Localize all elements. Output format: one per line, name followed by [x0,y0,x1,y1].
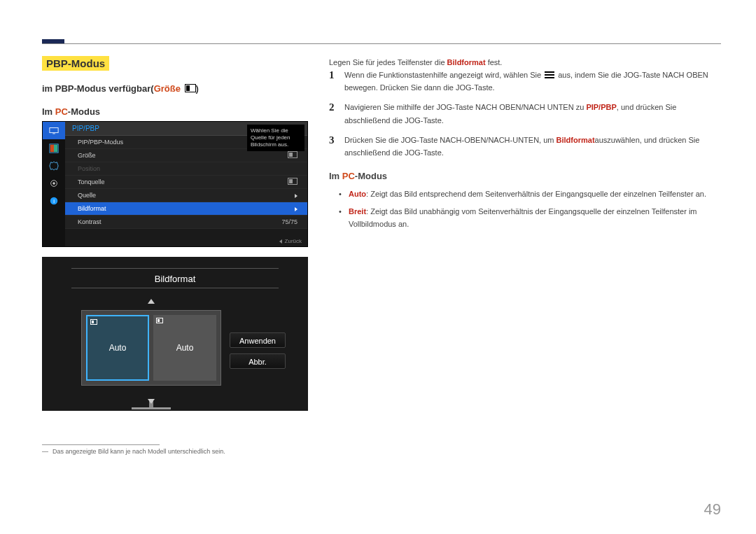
preview-right-label: Auto [176,343,194,353]
osd-help-text: Wählen Sie die Quelle für jeden Bildschi… [247,125,304,151]
bullet-breit: •Breit: Zeigt das Bild unabhängig vom Se… [339,205,714,230]
osd-sidebar: i [43,122,65,246]
right-column: Legen Sie für jedes Teilfenster die Bild… [329,56,714,455]
menu-icon [545,71,554,78]
preview-left-label: Auto [109,343,127,353]
svg-rect-4 [54,144,57,152]
mode-heading-right: Im PC-Modus [329,169,714,183]
osd-row-source[interactable]: Quelle [65,189,307,202]
preview-left-half[interactable]: Auto [86,315,149,381]
avail-hl: Größe [154,83,181,94]
sidebar-config-icon[interactable] [43,174,65,192]
step-1: 1 Wenn die Funktionstastenhilfe angezeig… [329,69,714,94]
bullet-auto: •Auto: Zeigt das Bild entsprechend dem S… [339,188,714,200]
sidebar-settings-icon[interactable] [43,157,65,174]
osd-menu-panel: i PIP/PBP PIP/PBP-ModusEin Größe Positio… [42,121,308,247]
arrow-up-icon[interactable] [148,299,155,304]
osd-row-bildformat[interactable]: Bildformat [65,202,307,216]
avail-post: ) [196,83,199,94]
sidebar-info-icon[interactable]: i [43,192,65,209]
sound-value-icon [288,178,298,185]
monitor-preview: Auto Auto [81,310,221,400]
bullet-list: •Auto: Zeigt das Bild entsprechend dem S… [339,188,714,230]
size-value-icon [288,151,298,158]
half-tag-icon [156,318,163,323]
step-3: 3 Drücken Sie die JOG-Taste NACH-OBEN/NA… [329,134,714,159]
sidebar-display-icon[interactable] [43,122,65,139]
sidebar-pip-icon[interactable] [43,139,65,157]
caret-icon [295,207,298,211]
mode-heading-left: Im PC-Modus [42,106,308,117]
header-rule [42,43,721,44]
step-2: 2 Navigieren Sie mithilfe der JOG-Taste … [329,101,714,126]
osd-back-label[interactable]: Zurück [279,238,302,244]
osd-bildformat-panel: Bildformat Auto Auto [42,257,308,411]
footnote-rule [42,444,160,445]
page-number: 49 [704,500,721,519]
osd-row-position: Position [65,162,307,176]
availability-note: im PBP-Modus verfügbar(Größe ) [42,83,308,94]
arrow-down-icon[interactable] [148,399,155,404]
osd2-title: Bildformat [42,274,308,284]
cancel-button[interactable]: Abbr. [230,353,286,369]
intro-line: Legen Sie für jedes Teilfenster die Bild… [329,56,714,69]
osd-row-sound[interactable]: Tonquelle [65,176,307,189]
pbp-size-icon [185,84,196,92]
svg-rect-0 [50,127,58,132]
steps-list: 1 Wenn die Funktionstastenhilfe angezeig… [329,69,714,159]
section-title: PBP-Modus [42,56,109,71]
osd-row-kontrast[interactable]: Kontrast75/75 [65,216,307,229]
preview-right-half[interactable]: Auto [153,315,216,381]
left-column: PBP-Modus im PBP-Modus verfügbar(Größe )… [42,56,308,455]
page-content: PBP-Modus im PBP-Modus verfügbar(Größe )… [0,0,756,483]
avail-pre: im PBP-Modus verfügbar( [42,83,154,94]
caret-icon [295,194,298,198]
svg-rect-1 [52,133,55,134]
footnote: ―Das angezeigte Bild kann je nach Modell… [42,448,308,455]
svg-rect-3 [50,144,54,152]
svg-point-6 [52,182,55,185]
monitor-frame: Auto Auto [81,310,221,386]
svg-text:i: i [53,197,55,204]
half-tag-icon [90,319,97,325]
apply-button[interactable]: Anwenden [230,332,286,348]
